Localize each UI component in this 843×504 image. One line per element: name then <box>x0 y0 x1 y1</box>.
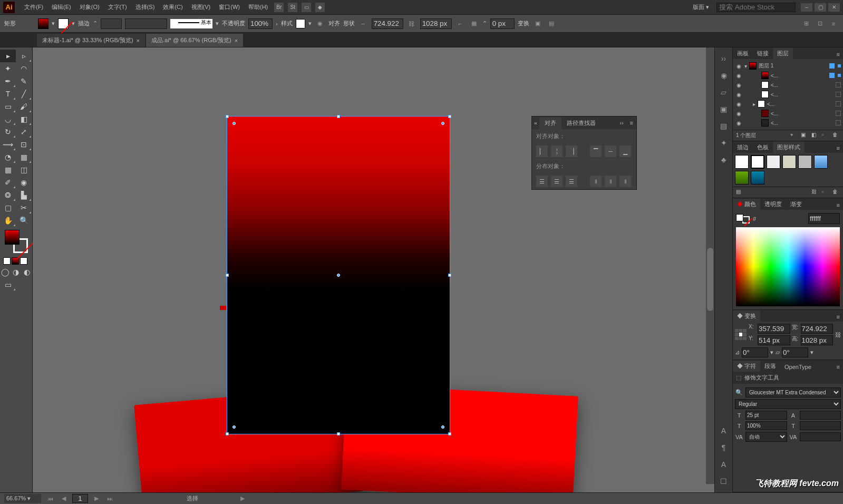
selection-handle[interactable] <box>226 274 229 277</box>
style-swatch[interactable] <box>814 155 828 169</box>
zoom-tool[interactable]: 🔍 <box>16 214 32 227</box>
target-icon[interactable] <box>829 73 835 78</box>
bridge-icon[interactable]: Br <box>274 3 284 12</box>
panel-menu-icon[interactable]: ≡ <box>834 362 843 372</box>
appearance-panel-icon[interactable]: ◉ <box>718 70 730 81</box>
layer-name[interactable]: <... <box>771 120 778 126</box>
eraser-tool[interactable]: ◧ <box>16 113 32 125</box>
expand-icon[interactable]: ▸ <box>753 101 755 107</box>
panel-menu-icon[interactable]: ≡ <box>834 312 843 322</box>
blend-tool[interactable]: ◉ <box>16 176 32 189</box>
workspace-switcher[interactable]: 版面 ▾ <box>689 1 713 13</box>
tab-opentype[interactable]: OpenType <box>780 362 816 372</box>
menu-view[interactable]: 视图(V) <box>187 1 215 13</box>
style-swatch[interactable] <box>735 171 749 185</box>
gradient-mode-icon[interactable] <box>12 257 19 265</box>
target-icon[interactable] <box>836 92 841 97</box>
font-size-input[interactable] <box>745 411 787 420</box>
vertical-scrollbar[interactable] <box>706 47 714 484</box>
stock-search-input[interactable] <box>716 3 796 12</box>
break-link-icon[interactable]: ⛓ <box>811 189 819 196</box>
layer-row[interactable]: ◉ ▾ 图层 1 <box>735 61 841 71</box>
tab-artboards[interactable]: 画板 <box>733 48 753 59</box>
tab-links[interactable]: 链接 <box>753 48 773 59</box>
asset-panel-icon[interactable]: ▣ <box>718 103 730 115</box>
fill-stroke-control[interactable] <box>5 230 28 253</box>
tab-layers[interactable]: 图层 <box>773 48 793 59</box>
delete-style-icon[interactable]: 🗑 <box>832 189 840 196</box>
window-maximize-icon[interactable]: ▢ <box>815 3 826 12</box>
align-pixel-icon[interactable]: ⊞ <box>801 18 811 29</box>
visibility-icon[interactable]: ◉ <box>735 120 742 126</box>
snap-icon[interactable]: ⊡ <box>815 18 825 29</box>
window-close-icon[interactable]: ✕ <box>828 3 840 12</box>
edit-icon[interactable]: ▤ <box>546 18 557 29</box>
height-input[interactable] <box>420 18 452 29</box>
panel-menu-icon[interactable]: ≡ <box>627 120 636 126</box>
brush-definition-dropdown[interactable]: 基本 <box>170 19 212 28</box>
visibility-icon[interactable]: ◉ <box>735 63 742 69</box>
tab-align[interactable]: 对齐 <box>539 117 561 129</box>
type-panel-icon[interactable]: A <box>718 425 730 437</box>
brush-dropdown-icon[interactable]: ▾ <box>216 20 219 27</box>
rotate-dropdown-icon[interactable]: ▾ <box>770 349 773 356</box>
draw-normal-icon[interactable]: ◯ <box>0 266 11 278</box>
layers-panel-icon[interactable]: ▱ <box>718 86 730 98</box>
last-page-icon[interactable]: ⏭ <box>105 496 115 502</box>
layer-row[interactable]: ◉<... <box>735 80 841 90</box>
tab-swatches[interactable]: 色板 <box>753 142 773 153</box>
tab-character[interactable]: ◆ 字符 <box>733 361 760 372</box>
line-tool[interactable]: ╱ <box>16 88 32 100</box>
lasso-tool[interactable]: ◠ <box>16 62 32 75</box>
first-page-icon[interactable]: ⏮ <box>45 496 55 502</box>
menu-help[interactable]: 帮助(H) <box>244 1 272 13</box>
align-label[interactable]: 对齐 <box>328 20 340 27</box>
opacity-dropdown-icon[interactable]: › <box>276 21 278 27</box>
arrange-icon[interactable]: ▭ <box>302 3 311 12</box>
corner-widget[interactable] <box>232 425 236 429</box>
distribute-top-icon[interactable]: ☰ <box>536 176 548 187</box>
distribute-left-icon[interactable]: ⦀ <box>590 176 602 187</box>
corner-type-icon[interactable]: ⌐ <box>455 18 466 29</box>
shaper-tool[interactable]: ◡ <box>0 113 16 125</box>
corner-widget[interactable] <box>232 122 236 125</box>
panel-menu-icon[interactable]: ≡ <box>834 50 843 59</box>
fill-color-icon[interactable] <box>5 230 20 245</box>
selection-handle[interactable] <box>448 115 451 118</box>
stroke-profile-dropdown[interactable] <box>125 18 167 29</box>
layer-name[interactable]: <... <box>767 101 774 107</box>
tab-close-icon[interactable]: × <box>235 37 238 44</box>
stroke-swatch[interactable] <box>58 18 69 29</box>
width-tool[interactable]: ⟿ <box>0 138 16 151</box>
eyedropper-tool[interactable]: ✐ <box>0 176 16 189</box>
new-style-icon[interactable]: ▫ <box>822 189 829 196</box>
menu-edit[interactable]: 编辑(E) <box>47 1 75 13</box>
distribute-right-icon[interactable]: ⦀ <box>619 176 631 187</box>
menu-select[interactable]: 选择(S) <box>131 1 159 13</box>
layer-row[interactable]: ◉<... <box>735 118 841 128</box>
vscale-input[interactable] <box>745 421 787 430</box>
panel-toggle-icon[interactable]: ›› <box>718 53 730 64</box>
next-page-icon[interactable]: ▶ <box>92 495 101 502</box>
libraries-panel-icon[interactable]: ☐ <box>718 476 730 487</box>
style-swatch[interactable] <box>735 155 749 169</box>
graph-tool[interactable]: ▙ <box>16 189 32 201</box>
target-icon[interactable] <box>836 82 841 88</box>
tab-transparency[interactable]: 透明度 <box>760 199 786 210</box>
tracking-input[interactable] <box>800 432 841 441</box>
swatches-panel-icon[interactable]: ♣ <box>718 154 730 166</box>
tab-color[interactable]: ◆ 颜色 <box>733 199 760 210</box>
stock-icon[interactable]: St <box>288 3 297 12</box>
symbol-sprayer-tool[interactable]: ❂ <box>0 189 16 201</box>
panel-collapse-icon[interactable]: « <box>532 120 539 126</box>
style-swatch[interactable] <box>751 155 764 169</box>
rotate-tool[interactable]: ↻ <box>0 125 16 138</box>
fill-stroke-mini[interactable] <box>736 214 750 224</box>
make-clip-icon[interactable]: ▣ <box>801 132 808 139</box>
zoom-level-dropdown[interactable]: 66.67% ▾ <box>4 494 41 503</box>
slice-tool[interactable]: ✂ <box>16 201 32 214</box>
screen-mode-icon[interactable]: ▭ <box>0 278 16 291</box>
locate-icon[interactable]: ⌖ <box>790 132 798 139</box>
hscale-input[interactable] <box>800 421 841 430</box>
tab-stroke[interactable]: 描边 <box>733 142 753 153</box>
